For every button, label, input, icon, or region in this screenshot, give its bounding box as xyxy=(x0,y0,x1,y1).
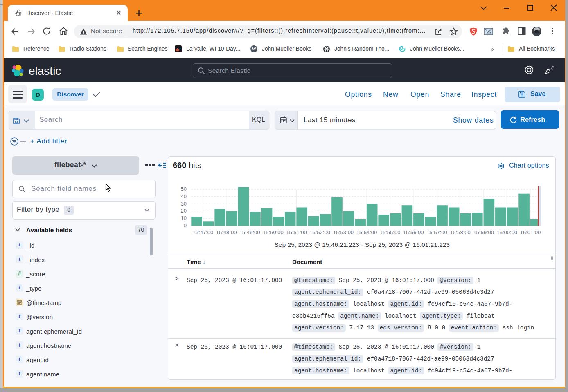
svg-text:40: 40 xyxy=(181,193,187,199)
svg-text:15:49:00: 15:49:00 xyxy=(239,229,260,235)
svg-text:30: 30 xyxy=(181,201,187,207)
svg-text:15:48:00: 15:48:00 xyxy=(216,229,237,235)
svg-text:16:01:00: 16:01:00 xyxy=(520,229,541,235)
svg-text:0: 0 xyxy=(184,222,187,228)
svg-text:16:00:00: 16:00:00 xyxy=(496,229,517,235)
svg-text:10: 10 xyxy=(181,215,187,221)
svg-text:15:50:00: 15:50:00 xyxy=(263,229,284,235)
svg-text:15:57:00: 15:57:00 xyxy=(426,229,447,235)
svg-text:15:51:00: 15:51:00 xyxy=(286,229,307,235)
svg-text:20: 20 xyxy=(181,208,187,214)
svg-text:15:54:00: 15:54:00 xyxy=(356,229,377,235)
svg-text:15:52:00: 15:52:00 xyxy=(309,229,330,235)
svg-text:15:47:00: 15:47:00 xyxy=(193,229,214,235)
svg-text:50: 50 xyxy=(181,186,187,192)
svg-text:15:56:00: 15:56:00 xyxy=(403,229,424,235)
svg-text:15:55:00: 15:55:00 xyxy=(380,229,401,235)
svg-text:15:53:00: 15:53:00 xyxy=(333,229,354,235)
svg-text:15:58:00: 15:58:00 xyxy=(450,229,471,235)
svg-text:15:59:00: 15:59:00 xyxy=(473,229,494,235)
